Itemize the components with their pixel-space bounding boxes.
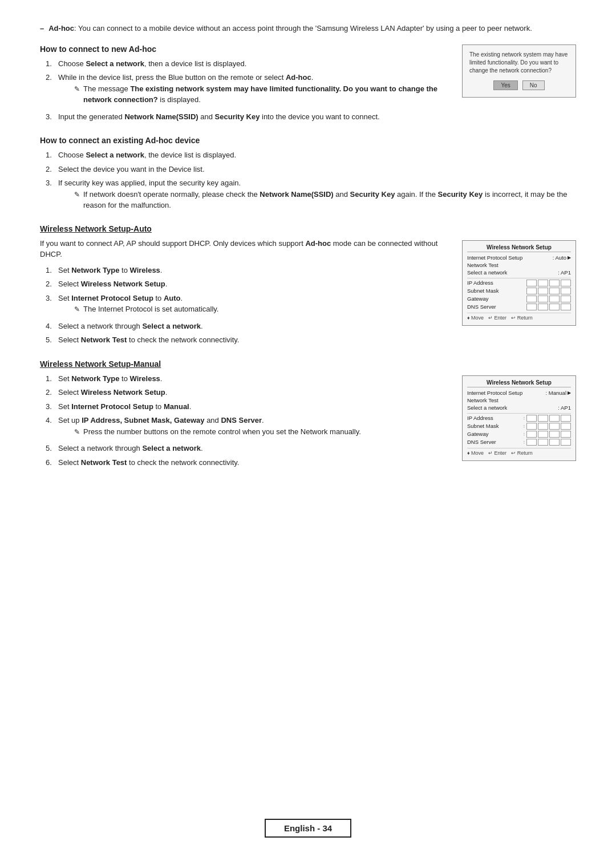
network-row: Network Test (467, 397, 571, 403)
network-row: Network Test (467, 262, 571, 268)
adhoc-new-left: How to connect to new Ad-hoc 1. Choose S… (40, 42, 451, 126)
network-row-ip: IP Address : (467, 415, 571, 422)
list-item: 5. Select Network Test to check the netw… (46, 334, 451, 346)
network-row-dns: DNS Server : (467, 439, 571, 446)
list-item: 1. Set Network Type to Wireless. (46, 265, 451, 276)
wireless-manual-heading: Wireless Network Setup-Manual (40, 359, 576, 369)
list-item: 6. Select Network Test to check the netw… (46, 457, 451, 468)
list-item: 3. If security key was applied, input th… (46, 177, 576, 214)
list-item: 1. Set Network Type to Wireless. (46, 373, 451, 385)
network-row-subnet: Subnet Mask (467, 288, 571, 294)
list-item: 3. Set Internet Protocol Setup to Auto. … (46, 293, 451, 318)
dialog-box: The existing network system may have lim… (462, 45, 576, 98)
wireless-auto-list: 1. Set Network Type to Wireless. 2. Sele… (40, 265, 451, 346)
wireless-auto-left: If you want to connect AP, AP should sup… (40, 238, 451, 349)
section-wireless-auto: Wireless Network Setup-Auto If you want … (40, 224, 576, 349)
list-item: 2. Select Wireless Network Setup. (46, 387, 451, 398)
dialog-no-button[interactable]: No (522, 80, 545, 90)
list-item: 2. Select Wireless Network Setup. (46, 278, 451, 290)
wireless-auto-heading: Wireless Network Setup-Auto (40, 224, 576, 233)
adhoc-new-right: The existing network system may have lim… (462, 42, 576, 98)
network-row: Select a network : AP1 (467, 269, 571, 276)
dialog-buttons: Yes No (469, 80, 569, 90)
note-icon: ✎ (74, 189, 80, 211)
nav-bar: ♦ Move ↵ Enter ↩ Return (467, 313, 571, 321)
adhoc-new-content: How to connect to new Ad-hoc 1. Choose S… (40, 42, 576, 126)
wireless-auto-intro: If you want to connect AP, AP should sup… (40, 238, 451, 260)
wireless-auto-right: Wireless Network Setup Internet Protocol… (462, 238, 576, 326)
dialog-yes-button[interactable]: Yes (493, 80, 517, 90)
adhoc-existing-heading: How to connect an existing Ad-hoc device (40, 136, 576, 145)
network-row-gateway: Gateway (467, 296, 571, 302)
list-item: 5. Select a network through Select a net… (46, 443, 451, 454)
network-row-dns: DNS Server (467, 304, 571, 310)
wireless-auto-content: If you want to connect AP, AP should sup… (40, 238, 576, 349)
network-setup-box-auto: Wireless Network Setup Internet Protocol… (462, 240, 576, 326)
list-item: 2. Select the device you want in the Dev… (46, 164, 576, 175)
wireless-manual-right: Wireless Network Setup Internet Protocol… (462, 373, 576, 461)
network-setup-box-manual: Wireless Network Setup Internet Protocol… (462, 375, 576, 461)
note-icon: ✎ (74, 427, 80, 438)
list-item: 4. Set up IP Address, Subnet Mask, Gatew… (46, 415, 451, 440)
note-icon: ✎ (74, 304, 80, 315)
box-title: Wireless Network Setup (467, 379, 571, 387)
footer-label: English - 34 (265, 819, 351, 838)
list-item: 1. Choose Select a network, then a devic… (46, 58, 451, 70)
note-item: ✎ The message The existing network syste… (74, 83, 451, 106)
note-item: ✎ If network doesn't operate normally, p… (74, 189, 576, 211)
footer: English - 34 (0, 819, 616, 838)
list-item: 4. Select a network through Select a net… (46, 321, 451, 332)
adhoc-new-heading: How to connect to new Ad-hoc (40, 45, 451, 54)
list-item: 3. Input the generated Network Name(SSID… (46, 111, 451, 123)
network-row: Internet Protocol Setup : Auto ▶ (467, 254, 571, 261)
intro-bullet: – Ad-hoc: You can connect to a mobile de… (40, 23, 576, 34)
page-content: – Ad-hoc: You can connect to a mobile de… (0, 0, 616, 527)
note-item: ✎ Press the number buttons on the remote… (74, 426, 361, 438)
network-row-ip: IP Address (467, 280, 571, 286)
wireless-manual-list: 1. Set Network Type to Wireless. 2. Sele… (40, 373, 451, 468)
network-row-gateway: Gateway : (467, 431, 571, 438)
adhoc-new-list: 1. Choose Select a network, then a devic… (40, 58, 451, 123)
network-row: Internet Protocol Setup : Manual ▶ (467, 390, 571, 396)
wireless-manual-content: 1. Set Network Type to Wireless. 2. Sele… (40, 373, 576, 472)
dialog-text: The existing network system may have lim… (469, 51, 569, 75)
intro-dash: – (40, 23, 44, 34)
intro-text: Ad-hoc: You can connect to a mobile devi… (48, 23, 532, 34)
note-item: ✎ The Internet Protocol is set automatic… (74, 304, 218, 315)
adhoc-existing-list: 1. Choose Select a network, the device l… (40, 149, 576, 214)
list-item: 3. Set Internet Protocol Setup to Manual… (46, 401, 451, 413)
list-item: 1. Choose Select a network, the device l… (46, 149, 576, 161)
section-adhoc-new: How to connect to new Ad-hoc 1. Choose S… (40, 42, 576, 126)
network-row: Select a network : AP1 (467, 405, 571, 411)
wireless-manual-left: 1. Set Network Type to Wireless. 2. Sele… (40, 373, 451, 472)
section-adhoc-existing: How to connect an existing Ad-hoc device… (40, 136, 576, 214)
network-row-subnet: Subnet Mask : (467, 423, 571, 430)
box-title: Wireless Network Setup (467, 244, 571, 252)
nav-bar: ♦ Move ↵ Enter ↩ Return (467, 448, 571, 456)
note-icon: ✎ (74, 84, 80, 106)
section-wireless-manual: Wireless Network Setup-Manual 1. Set Net… (40, 359, 576, 472)
list-item: 2. While in the device list, press the B… (46, 72, 451, 108)
